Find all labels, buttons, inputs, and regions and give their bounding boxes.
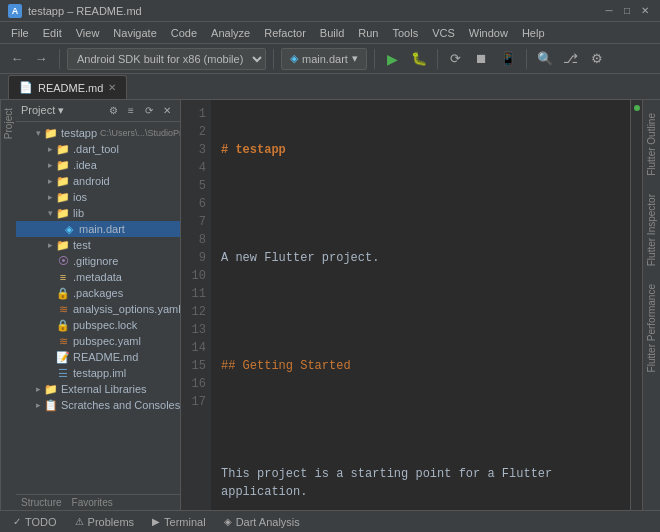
sidebar-btn-2[interactable]: ≡ [123, 103, 139, 119]
flutter-performance-tab[interactable]: Flutter Performance [644, 276, 659, 380]
tree-label-metadata: .metadata [73, 271, 122, 283]
toolbar-btn-2[interactable]: ⏹ [471, 48, 493, 70]
tree-item-readme[interactable]: 📝 README.md [16, 349, 180, 365]
editor-area: 1 2 3 4 5 6 7 8 9 10 11 12 13 14 15 16 1… [181, 100, 642, 510]
sidebar-toolbar: ⚙ ≡ ⟳ ✕ [105, 103, 175, 119]
problems-icon: ⚠ [75, 516, 84, 527]
toolbar-btn-3[interactable]: 📱 [497, 48, 519, 70]
tree-label-android: android [73, 175, 110, 187]
tree-item-dart-tool[interactable]: ▸ 📁 .dart_tool [16, 141, 180, 157]
menu-vcs[interactable]: VCS [425, 25, 462, 41]
tree-item-ios[interactable]: ▸ 📁 ios [16, 189, 180, 205]
menu-navigate[interactable]: Navigate [106, 25, 163, 41]
tree-item-main-dart[interactable]: ◈ main.dart [16, 221, 180, 237]
minimize-button[interactable]: ─ [602, 4, 616, 18]
code-line-4 [221, 303, 620, 321]
metadata-icon: ≡ [56, 270, 70, 284]
sidebar-header: Project ▾ ⚙ ≡ ⟳ ✕ [16, 100, 180, 122]
toolbar-search-button[interactable]: 🔍 [534, 48, 556, 70]
tree-item-idea[interactable]: ▸ 📁 .idea [16, 157, 180, 173]
tree-item-analysis-options[interactable]: ≋ analysis_options.yaml [16, 301, 180, 317]
editor-content[interactable]: # testapp A new Flutter project. ## Gett… [211, 100, 630, 510]
dart-icon: ◈ [290, 52, 298, 65]
menu-build[interactable]: Build [313, 25, 351, 41]
maximize-button[interactable]: □ [620, 4, 634, 18]
tab-readme[interactable]: 📄 README.md ✕ [8, 75, 127, 99]
tree-label-idea: .idea [73, 159, 97, 171]
iml-icon: ☰ [56, 366, 70, 380]
tree-item-packages[interactable]: 🔒 .packages [16, 285, 180, 301]
main-dart-file-icon: ◈ [62, 222, 76, 236]
menu-run[interactable]: Run [351, 25, 385, 41]
menu-analyze[interactable]: Analyze [204, 25, 257, 41]
problems-label: Problems [88, 516, 134, 528]
debug-button[interactable]: 🐛 [408, 48, 430, 70]
toolbar-settings-button[interactable]: ⚙ [586, 48, 608, 70]
code-line-2 [221, 195, 620, 213]
run-button[interactable]: ▶ [382, 48, 404, 70]
sidebar-title: Project ▾ [21, 104, 64, 117]
title-bar-controls: ─ □ ✕ [602, 4, 652, 18]
todo-tab[interactable]: ✓ TODO [5, 512, 65, 532]
structure-tab[interactable]: Structure [16, 495, 67, 510]
menu-refactor[interactable]: Refactor [257, 25, 313, 41]
tree-item-scratches[interactable]: ▸ 📋 Scratches and Consoles [16, 397, 180, 413]
tab-close-button[interactable]: ✕ [108, 82, 116, 93]
code-line-6 [221, 411, 620, 429]
tree-label-lib: lib [73, 207, 84, 219]
toolbar-btn-1[interactable]: ⟳ [445, 48, 467, 70]
left-side-panels: Project [0, 100, 16, 510]
sidebar-btn-3[interactable]: ⟳ [141, 103, 157, 119]
menu-edit[interactable]: Edit [36, 25, 69, 41]
tree-label-packages: .packages [73, 287, 123, 299]
toolbar-back-button[interactable]: ← [6, 48, 28, 70]
lib-icon: 📁 [56, 206, 70, 220]
tree-item-gitignore[interactable]: ⦿ .gitignore [16, 253, 180, 269]
menu-help[interactable]: Help [515, 25, 552, 41]
gutter-dot [634, 105, 640, 111]
sidebar-header-left: Project ▾ [21, 104, 64, 117]
flutter-inspector-tab[interactable]: Flutter Inspector [644, 186, 659, 274]
dart-analysis-tab[interactable]: ◈ Dart Analysis [216, 512, 308, 532]
pubspec-lock-icon: 🔒 [56, 318, 70, 332]
toolbar-sep-5 [526, 49, 527, 69]
tree-item-root[interactable]: ▾ 📁 testapp C:\Users\...\StudioPro... [16, 125, 180, 141]
menu-file[interactable]: File [4, 25, 36, 41]
config-selector[interactable]: Android SDK built for x86 (mobile) [67, 48, 266, 70]
close-button[interactable]: ✕ [638, 4, 652, 18]
menu-window[interactable]: Window [462, 25, 515, 41]
main-area: Project Project ▾ ⚙ ≡ ⟳ ✕ [0, 100, 660, 510]
sidebar-btn-1[interactable]: ⚙ [105, 103, 121, 119]
toolbar-sep-1 [59, 49, 60, 69]
menu-view[interactable]: View [69, 25, 107, 41]
tree-item-lib[interactable]: ▾ 📁 lib [16, 205, 180, 221]
tree-item-external-libs[interactable]: ▸ 📁 External Libraries [16, 381, 180, 397]
tree-label-test: test [73, 239, 91, 251]
project-panel-tab[interactable]: Project [1, 100, 16, 147]
toolbar-forward-button[interactable]: → [30, 48, 52, 70]
title-bar: A testapp – README.md ─ □ ✕ [0, 0, 660, 22]
terminal-tab[interactable]: ▶ Terminal [144, 512, 214, 532]
favorites-tab[interactable]: Favorites [67, 495, 118, 510]
right-side-panels: Flutter Outline Flutter Inspector Flutte… [642, 100, 660, 510]
tree-item-android[interactable]: ▸ 📁 android [16, 173, 180, 189]
tab-bar: 📄 README.md ✕ [0, 74, 660, 100]
flutter-outline-tab[interactable]: Flutter Outline [644, 105, 659, 184]
readme-file-icon: 📄 [19, 81, 33, 94]
problems-tab[interactable]: ⚠ Problems [67, 512, 142, 532]
menu-code[interactable]: Code [164, 25, 204, 41]
toolbar-git-button[interactable]: ⎇ [560, 48, 582, 70]
dart-analysis-label: Dart Analysis [236, 516, 300, 528]
tree-label-iml: testapp.iml [73, 367, 126, 379]
tree-item-test[interactable]: ▸ 📁 test [16, 237, 180, 253]
todo-label: TODO [25, 516, 57, 528]
sidebar-btn-4[interactable]: ✕ [159, 103, 175, 119]
dropdown-icon: ▾ [352, 52, 358, 65]
tree-item-metadata[interactable]: ≡ .metadata [16, 269, 180, 285]
code-line-7: This project is a starting point for a F… [221, 465, 620, 501]
tree-item-pubspec-yaml[interactable]: ≋ pubspec.yaml [16, 333, 180, 349]
menu-tools[interactable]: Tools [385, 25, 425, 41]
tree-item-pubspec-lock[interactable]: 🔒 pubspec.lock [16, 317, 180, 333]
main-dart-button[interactable]: ◈ main.dart ▾ [281, 48, 367, 70]
tree-item-iml[interactable]: ☰ testapp.iml [16, 365, 180, 381]
